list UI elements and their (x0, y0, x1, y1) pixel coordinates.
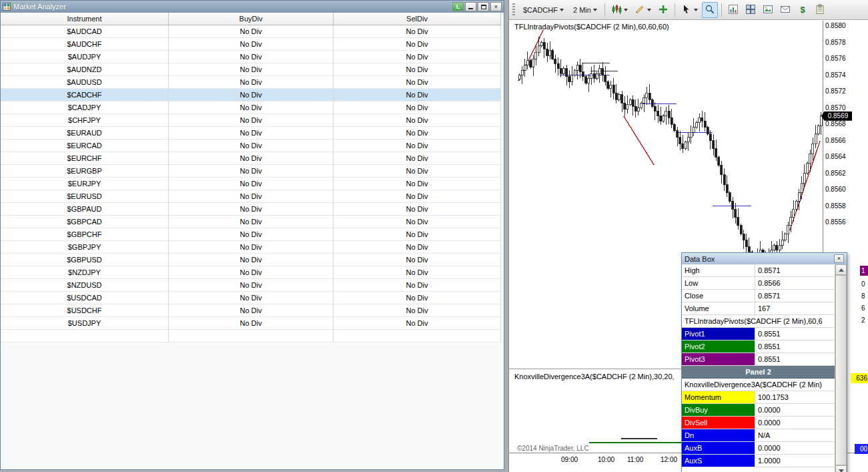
instrument-cell: $EURGBP (1, 165, 169, 178)
table-row[interactable]: $USDJPY No Div No Div (1, 317, 501, 330)
databox-titlebar[interactable]: Data Box × (682, 253, 847, 264)
pencil-icon (634, 4, 645, 16)
databox-row: Pivot2 0.8551 (682, 340, 835, 353)
table-row[interactable]: $NZDUSD No Div No Div (1, 279, 501, 292)
cursor-icon (681, 4, 692, 16)
mini-chart-button[interactable] (725, 2, 741, 18)
toolbar-separator (721, 3, 722, 17)
seldiv-cell: No Div (334, 114, 501, 127)
table-row[interactable]: $AUDCHF No Div No Div (1, 38, 501, 51)
seldiv-cell: No Div (334, 317, 501, 330)
email-chart-button[interactable] (777, 2, 793, 18)
databox-row: AuxB 0.0000 (682, 442, 835, 455)
toolbar-grip[interactable] (512, 3, 515, 17)
databox-vertical-scrollbar[interactable] (835, 264, 847, 472)
table-row[interactable]: $GBPCAD No Div No Div (1, 216, 501, 228)
chart-style-button[interactable] (608, 2, 630, 18)
price-axis-label: 0.8580 (825, 22, 855, 29)
chart-trader-button[interactable]: $ (795, 2, 811, 18)
price-axis-label: 0.8572 (825, 87, 855, 95)
databox-row-label: Pivot2 (682, 340, 755, 352)
market-analyzer-titlebar[interactable]: Market Analyzer L × (1, 1, 504, 13)
market-analyzer-app-icon (3, 3, 11, 11)
price-axis-label: 0.8570 (825, 104, 855, 111)
buydiv-cell: No Div (169, 152, 334, 165)
databox-row-label: Pivot1 (682, 328, 755, 340)
table-row[interactable]: $AUDUSD No Div No Div (1, 76, 501, 89)
tile-windows-button[interactable] (743, 2, 759, 18)
scroll-up-button[interactable] (835, 264, 847, 275)
table-row[interactable]: $EURAUD No Div No Div (1, 127, 501, 140)
databox-row: Pivot1 0.8551 (682, 328, 835, 340)
table-row[interactable]: $GBPCHF No Div No Div (1, 228, 501, 241)
table-row[interactable]: $EURJPY No Div No Div (1, 178, 501, 190)
databox-close-button[interactable]: × (834, 254, 844, 263)
bar-chart-icon (728, 4, 739, 16)
interval-selector[interactable]: 2 Min (569, 4, 601, 16)
price-axis-label-partial: 8 (861, 292, 865, 300)
instrument-link-button[interactable]: L (452, 2, 464, 11)
add-indicator-button[interactable] (655, 2, 671, 18)
time-axis-label: 12:00 (661, 456, 677, 463)
table-row[interactable]: $EURCAD No Div No Div (1, 140, 501, 152)
table-row[interactable]: $NZDJPY No Div No Div (1, 266, 501, 279)
column-header-buydiv[interactable]: BuyDiv (169, 13, 334, 25)
buydiv-cell: No Div (169, 51, 334, 63)
seldiv-cell: No Div (334, 241, 501, 254)
window-buttons: L × (451, 2, 502, 11)
table-row[interactable]: $GBPJPY No Div No Div (1, 241, 501, 254)
minimize-icon (468, 8, 473, 9)
close-button[interactable]: × (490, 2, 502, 11)
snapshot-button[interactable] (760, 2, 776, 18)
table-row[interactable]: $EURGBP No Div No Div (1, 165, 501, 178)
price-axis-label: 0.8556 (825, 218, 855, 226)
table-header-row: Instrument BuyDiv SelDiv (1, 13, 501, 25)
instrument-cell: $EURCAD (1, 140, 169, 152)
seldiv-cell: No Div (334, 279, 501, 292)
seldiv-cell: No Div (334, 76, 501, 89)
table-row[interactable]: $AUDJPY No Div No Div (1, 51, 501, 63)
price-axis-label: 0.8566 (825, 137, 855, 144)
table-row[interactable]: $USDCAD No Div No Div (1, 292, 501, 304)
column-header-instrument[interactable]: Instrument (1, 13, 169, 25)
buydiv-cell: No Div (169, 216, 334, 228)
time-axis-label: 11:00 (627, 456, 643, 463)
instrument-cell: $USDCAD (1, 292, 169, 304)
seldiv-cell: No Div (334, 190, 501, 203)
scrollbar-thumb[interactable] (835, 275, 847, 465)
table-row[interactable]: $GBPUSD No Div No Div (1, 254, 501, 266)
table-row[interactable]: $AUDCAD No Div No Div (1, 25, 501, 38)
buydiv-cell: No Div (169, 304, 334, 317)
instrument-cell: $USDJPY (1, 317, 169, 330)
table-row[interactable]: $USDCHF No Div No Div (1, 304, 501, 317)
databox-row: Momentum 100.1753 (682, 391, 835, 404)
market-analyzer-window: Market Analyzer L × Instrument BuyDiv Se… (0, 0, 504, 470)
drawing-tools-button[interactable] (632, 2, 654, 18)
databox-row-label: TFLIntradayPivots($CADCHF (2 Min),60,6 (682, 315, 835, 327)
table-row[interactable]: $GBPAUD No Div No Div (1, 203, 501, 216)
minimize-button[interactable] (465, 2, 476, 11)
instrument-cell: $AUDJPY (1, 51, 169, 63)
table-row[interactable]: $CADJPY No Div No Div (1, 101, 501, 114)
table-row[interactable]: $CADCHF No Div No Div (1, 89, 501, 101)
chart-area[interactable]: TFLIntradayPivots($CADCHF (2 Min),60,60,… (509, 20, 868, 472)
cursor-tool-button[interactable] (679, 2, 701, 18)
table-row[interactable]: $CHFJPY No Div No Div (1, 114, 501, 127)
databox-row-value: 167 (755, 302, 835, 314)
table-row[interactable]: $EURCHF No Div No Div (1, 152, 501, 165)
zoom-tool-button[interactable] (702, 2, 718, 18)
table-row[interactable]: $AUDNZD No Div No Div (1, 63, 501, 76)
buydiv-cell: No Div (169, 254, 334, 266)
scroll-down-button[interactable] (835, 465, 847, 472)
properties-button[interactable] (812, 2, 828, 18)
column-header-seldiv[interactable]: SelDiv (334, 13, 501, 25)
plus-icon (658, 4, 669, 16)
table-row[interactable]: $EURUSD No Div No Div (1, 190, 501, 203)
databox-row: Volume 167 (682, 302, 835, 315)
maximize-button[interactable] (478, 2, 489, 11)
seldiv-cell: No Div (334, 178, 501, 190)
databox-row-value: 0.8551 (755, 340, 835, 352)
price-axis-label: 0.8560 (825, 186, 855, 193)
instrument-selector[interactable]: $CADCHF (519, 4, 568, 16)
chevron-down-icon (560, 9, 564, 11)
